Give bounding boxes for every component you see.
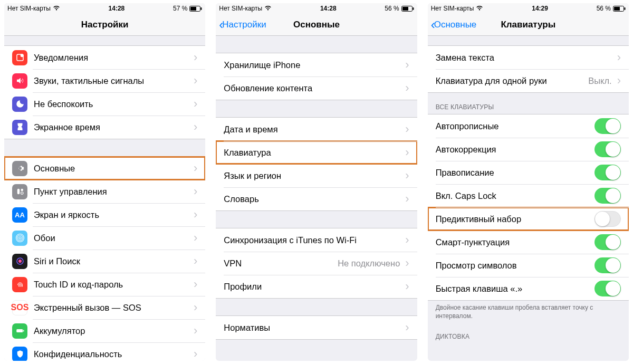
wallpaper-icon xyxy=(12,231,27,246)
control-center-icon xyxy=(12,184,27,199)
carrier-label: Нет SIM-карты xyxy=(219,5,262,12)
toggle-period-shortcut[interactable] xyxy=(594,281,621,296)
chevron-right-icon: › xyxy=(194,120,197,134)
svg-rect-20 xyxy=(624,7,625,10)
keyboards-screen: Нет SIM-карты 14:29 56 % ‹ Основные Клав… xyxy=(428,3,629,361)
row-autocaps[interactable]: Автопрописные xyxy=(428,114,629,138)
svg-point-9 xyxy=(17,235,23,241)
row-sos[interactable]: SOS Экстренный вызов — SOS › xyxy=(4,296,205,319)
row-profiles[interactable]: Профили › xyxy=(216,275,417,298)
chevron-right-icon: › xyxy=(194,231,197,245)
back-button[interactable]: ‹ Настройки xyxy=(219,18,266,31)
row-background-refresh[interactable]: Обновление контента › xyxy=(216,76,417,100)
row-notifications[interactable]: Уведомления › xyxy=(4,46,205,69)
settings-screen: Нет SIM-карты 14:28 57 % Настройки Уведо… xyxy=(4,3,205,361)
settings-list[interactable]: Уведомления › Звуки, тактильные сигналы … xyxy=(4,36,205,361)
toggle-char-preview[interactable] xyxy=(594,257,621,273)
toggle-autocorrect[interactable] xyxy=(594,141,621,157)
toggle-predictive[interactable] xyxy=(594,211,621,227)
toggle-autocaps[interactable] xyxy=(594,118,621,134)
chevron-right-icon: › xyxy=(617,74,621,88)
row-general[interactable]: Основные › xyxy=(4,157,205,180)
row-storage[interactable]: Хранилище iPhone › xyxy=(216,53,417,76)
row-autocorrect[interactable]: Автокоррекция xyxy=(428,138,629,161)
status-bar: Нет SIM-карты 14:29 56 % xyxy=(428,3,629,14)
row-spelling[interactable]: Правописание xyxy=(428,161,629,184)
clock-label: 14:28 xyxy=(109,5,125,12)
chevron-right-icon: › xyxy=(194,51,197,64)
row-text-replacement[interactable]: Замена текста › xyxy=(428,46,629,69)
chevron-right-icon: › xyxy=(405,321,409,334)
svg-rect-13 xyxy=(16,329,23,332)
chevron-right-icon: › xyxy=(405,58,409,72)
svg-rect-5 xyxy=(17,189,20,195)
svg-rect-16 xyxy=(402,7,408,11)
svg-rect-17 xyxy=(413,7,414,10)
row-char-preview[interactable]: Просмотр символов xyxy=(428,254,629,277)
row-capslock[interactable]: Вкл. Caps Lock xyxy=(428,184,629,207)
row-wallpaper[interactable]: Обои › xyxy=(4,226,205,250)
row-battery[interactable]: Аккумулятор › xyxy=(4,319,205,342)
battery-percent: 56 % xyxy=(385,5,399,12)
row-smart-punct[interactable]: Смарт-пунктуация xyxy=(428,231,629,254)
chevron-right-icon: › xyxy=(405,81,409,95)
carrier-label: Нет SIM-карты xyxy=(7,5,51,12)
chevron-right-icon: › xyxy=(194,185,197,198)
general-icon xyxy=(12,161,27,176)
svg-rect-2 xyxy=(201,7,202,10)
chevron-right-icon: › xyxy=(194,208,197,222)
nav-title: Клавиатуры xyxy=(501,20,555,30)
battery-icon xyxy=(401,6,414,12)
row-datetime[interactable]: Дата и время › xyxy=(216,118,417,141)
row-privacy[interactable]: Конфиденциальность › xyxy=(4,342,205,361)
row-dictionary[interactable]: Словарь › xyxy=(216,187,417,210)
toggle-spelling[interactable] xyxy=(594,165,621,180)
nav-title: Настройки xyxy=(81,20,129,30)
screentime-icon xyxy=(12,120,27,135)
chevron-right-icon: › xyxy=(405,122,409,136)
section-header-all-keyboards: ВСЕ КЛАВИАТУРЫ xyxy=(428,93,629,114)
battery-percent: 56 % xyxy=(597,5,611,12)
row-period-shortcut[interactable]: Быстрая клавиша «.» xyxy=(428,277,629,300)
svg-point-6 xyxy=(21,189,23,191)
toggle-capslock[interactable] xyxy=(594,188,621,204)
chevron-right-icon: › xyxy=(405,169,409,183)
notifications-icon xyxy=(12,50,27,65)
row-predictive[interactable]: Предиктивный набор xyxy=(428,207,629,231)
row-control-center[interactable]: Пункт управления › xyxy=(4,180,205,203)
svg-point-8 xyxy=(18,237,21,240)
wifi-icon xyxy=(476,5,483,12)
row-display[interactable]: AA Экран и яркость › xyxy=(4,203,205,226)
chevron-right-icon: › xyxy=(405,280,409,293)
chevron-right-icon: › xyxy=(194,161,197,175)
row-one-handed[interactable]: Клавиатура для одной руки Выкл. › xyxy=(428,69,629,92)
row-sounds[interactable]: Звуки, тактильные сигналы › xyxy=(4,69,205,92)
nav-bar: ‹ Настройки Основные xyxy=(216,14,417,36)
nav-bar: ‹ Основные Клавиатуры xyxy=(428,14,629,36)
general-screen: Нет SIM-карты 14:28 56 % ‹ Настройки Осн… xyxy=(216,3,417,361)
status-bar: Нет SIM-карты 14:28 56 % xyxy=(216,3,417,14)
row-touchid[interactable]: Touch ID и код-пароль › xyxy=(4,273,205,296)
nav-bar: Настройки xyxy=(4,14,205,36)
back-button[interactable]: ‹ Основные xyxy=(431,18,477,31)
row-language[interactable]: Язык и регион › xyxy=(216,164,417,187)
row-dnd[interactable]: Не беспокоить › xyxy=(4,92,205,116)
row-siri[interactable]: Siri и Поиск › xyxy=(4,250,205,273)
chevron-right-icon: › xyxy=(194,324,197,338)
svg-point-4 xyxy=(20,54,23,57)
row-screentime[interactable]: Экранное время › xyxy=(4,116,205,139)
row-keyboard[interactable]: Клавиатура › xyxy=(216,141,417,164)
display-icon: AA xyxy=(12,207,27,223)
chevron-right-icon: › xyxy=(194,97,197,111)
row-itunes-wifi[interactable]: Синхронизация с iTunes по Wi-Fi › xyxy=(216,228,417,252)
chevron-right-icon: › xyxy=(405,146,409,159)
row-regulatory[interactable]: Нормативы › xyxy=(216,316,417,339)
toggle-smart-punct[interactable] xyxy=(594,234,621,250)
siri-icon xyxy=(12,254,27,269)
row-vpn[interactable]: VPN Не подключено › xyxy=(216,252,417,275)
chevron-right-icon: › xyxy=(194,254,197,268)
chevron-right-icon: › xyxy=(405,192,409,206)
general-list[interactable]: Хранилище iPhone › Обновление контента ›… xyxy=(216,36,417,361)
clock-label: 14:28 xyxy=(320,5,337,12)
keyboards-list[interactable]: Замена текста › Клавиатура для одной рук… xyxy=(428,36,629,361)
